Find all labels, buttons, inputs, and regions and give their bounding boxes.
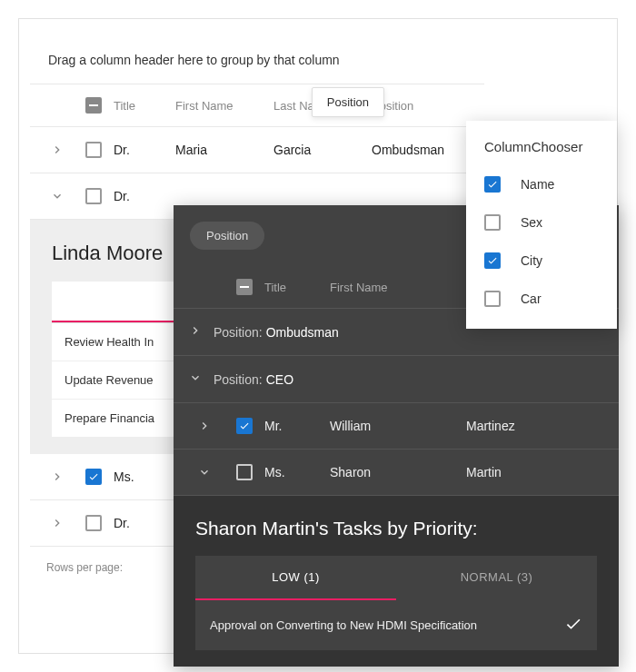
checkbox-checked-icon[interactable] — [85, 469, 102, 485]
cell-last-name: Martin — [466, 465, 608, 479]
group-label: Position: — [214, 325, 263, 340]
select-all-header[interactable] — [224, 279, 264, 295]
cell-title: Dr. — [114, 516, 175, 530]
cell-title: Ms. — [114, 469, 175, 484]
column-first-name[interactable]: First Name — [330, 281, 466, 294]
checkbox-icon[interactable] — [85, 515, 102, 531]
group-chip-position[interactable]: Position — [190, 222, 264, 250]
checkbox-icon[interactable] — [236, 464, 253, 480]
indeterminate-checkbox-icon[interactable] — [85, 97, 102, 114]
column-first-name[interactable]: First Name — [175, 99, 273, 113]
cell-title: Dr. — [114, 189, 175, 203]
table-row[interactable]: Dr. Maria Garcia Ombudsman — [30, 127, 484, 173]
select-all-header[interactable] — [74, 97, 114, 114]
cell-first-name: Sharon — [330, 465, 466, 479]
chevron-right-icon — [197, 419, 212, 433]
tab-low[interactable]: LOW (1) — [195, 556, 396, 600]
chooser-item[interactable]: Sex — [466, 203, 617, 242]
row-checkbox[interactable] — [224, 418, 264, 434]
checkbox-icon[interactable] — [484, 291, 501, 307]
done-check-icon — [564, 615, 582, 636]
group-drop-area[interactable]: Drag a column header here to group by th… — [30, 36, 484, 84]
chevron-down-icon — [197, 465, 212, 479]
chooser-label: Name — [521, 177, 554, 192]
chevron-right-icon — [50, 143, 65, 157]
row-detail-panel: Sharon Martin's Tasks by Priority: LOW (… — [174, 496, 619, 667]
expand-row-button[interactable] — [41, 469, 74, 484]
chooser-item[interactable]: Name — [466, 165, 617, 203]
collapse-row-button[interactable] — [41, 189, 74, 203]
row-checkbox[interactable] — [74, 142, 114, 158]
group-value: Ombudsman — [266, 325, 339, 340]
group-row[interactable]: Position: CEO — [174, 356, 619, 403]
cell-position: Ombudsman — [372, 143, 473, 157]
indeterminate-checkbox-icon[interactable] — [236, 279, 253, 295]
expand-group-button[interactable] — [188, 323, 214, 341]
chooser-item[interactable]: City — [466, 242, 617, 280]
cell-first-name: Maria — [175, 143, 273, 157]
collapse-group-button[interactable] — [188, 371, 214, 388]
column-chooser-popup: ColumnChooser Name Sex City Car — [466, 121, 617, 329]
group-label: Position: — [214, 372, 263, 387]
row-checkbox[interactable] — [74, 515, 114, 531]
chevron-down-icon — [188, 371, 203, 385]
task-item[interactable]: Approval on Converting to New HDMI Speci… — [195, 600, 597, 650]
checkbox-checked-icon[interactable] — [484, 176, 501, 193]
table-row[interactable]: Ms. Sharon Martin — [174, 450, 619, 496]
column-title[interactable]: Title — [114, 99, 175, 113]
table-row[interactable]: Mr. William Martinez — [174, 403, 619, 450]
chevron-right-icon — [188, 323, 203, 338]
group-hint-text: Drag a column header here to group by th… — [48, 53, 340, 67]
chooser-item[interactable]: Car — [466, 280, 617, 318]
group-value: CEO — [266, 372, 293, 387]
checkbox-checked-icon[interactable] — [484, 252, 501, 269]
cell-title: Mr. — [264, 419, 330, 433]
expand-row-button[interactable] — [184, 419, 224, 433]
chevron-right-icon — [50, 469, 65, 484]
rows-per-page-label: Rows per page: — [46, 561, 123, 574]
detail-heading: Sharon Martin's Tasks by Priority: — [195, 518, 597, 539]
column-title[interactable]: Title — [264, 281, 330, 294]
cell-title: Dr. — [114, 143, 175, 157]
column-header-row: Title First Name Last Name Position — [30, 84, 484, 127]
row-checkbox[interactable] — [74, 469, 114, 485]
dragging-column-chip[interactable]: Position — [312, 87, 384, 117]
column-chooser-title: ColumnChooser — [466, 139, 617, 165]
chevron-right-icon — [50, 516, 65, 530]
app-frame: Drag a column header here to group by th… — [18, 18, 618, 654]
chooser-label: Car — [521, 292, 542, 306]
chooser-label: City — [521, 253, 542, 268]
row-checkbox[interactable] — [224, 464, 264, 480]
expand-row-button[interactable] — [41, 516, 74, 530]
checkbox-checked-icon[interactable] — [236, 418, 253, 434]
collapse-row-button[interactable] — [184, 465, 224, 479]
checkbox-icon[interactable] — [484, 214, 501, 231]
tab-normal[interactable]: NORMAL (3) — [396, 556, 597, 600]
cell-title: Ms. — [264, 465, 330, 479]
row-checkbox[interactable] — [74, 188, 114, 204]
task-list: Approval on Converting to New HDMI Speci… — [195, 600, 597, 650]
expand-row-button[interactable] — [41, 143, 74, 157]
task-text: Approval on Converting to New HDMI Speci… — [210, 618, 477, 632]
checkbox-icon[interactable] — [85, 188, 102, 204]
cell-last-name: Martinez — [466, 419, 608, 433]
column-position[interactable]: Position — [372, 99, 473, 113]
cell-first-name: William — [330, 419, 466, 433]
chevron-down-icon — [50, 189, 65, 203]
checkbox-icon[interactable] — [85, 142, 102, 158]
chooser-label: Sex — [521, 215, 542, 230]
priority-tabs: LOW (1) NORMAL (3) — [195, 556, 597, 600]
cell-last-name: Garcia — [273, 143, 372, 157]
